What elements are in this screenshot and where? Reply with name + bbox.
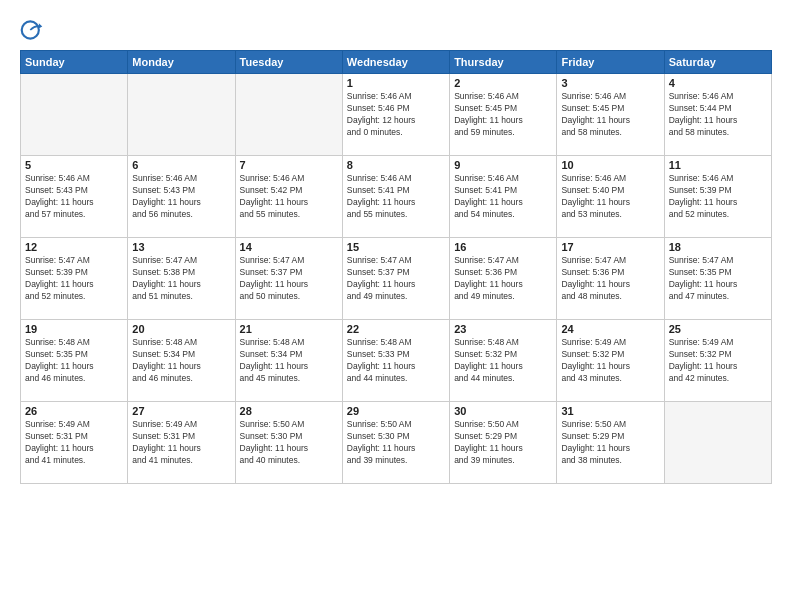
- day-cell: 13Sunrise: 5:47 AMSunset: 5:38 PMDayligh…: [128, 238, 235, 320]
- day-cell: 19Sunrise: 5:48 AMSunset: 5:35 PMDayligh…: [21, 320, 128, 402]
- day-number: 31: [561, 405, 659, 417]
- day-number: 8: [347, 159, 445, 171]
- weekday-header: Thursday: [450, 51, 557, 74]
- day-number: 16: [454, 241, 552, 253]
- day-cell: 9Sunrise: 5:46 AMSunset: 5:41 PMDaylight…: [450, 156, 557, 238]
- weekday-header: Sunday: [21, 51, 128, 74]
- day-number: 27: [132, 405, 230, 417]
- day-info: Sunrise: 5:47 AMSunset: 5:37 PMDaylight:…: [240, 255, 338, 303]
- day-info: Sunrise: 5:49 AMSunset: 5:31 PMDaylight:…: [25, 419, 123, 467]
- day-info: Sunrise: 5:48 AMSunset: 5:35 PMDaylight:…: [25, 337, 123, 385]
- day-cell: 4Sunrise: 5:46 AMSunset: 5:44 PMDaylight…: [664, 74, 771, 156]
- day-cell: 26Sunrise: 5:49 AMSunset: 5:31 PMDayligh…: [21, 402, 128, 484]
- svg-point-0: [22, 21, 39, 38]
- day-number: 28: [240, 405, 338, 417]
- day-cell: 20Sunrise: 5:48 AMSunset: 5:34 PMDayligh…: [128, 320, 235, 402]
- day-cell: [128, 74, 235, 156]
- day-number: 10: [561, 159, 659, 171]
- day-number: 30: [454, 405, 552, 417]
- weekday-header: Monday: [128, 51, 235, 74]
- day-info: Sunrise: 5:46 AMSunset: 5:45 PMDaylight:…: [561, 91, 659, 139]
- day-info: Sunrise: 5:50 AMSunset: 5:30 PMDaylight:…: [347, 419, 445, 467]
- week-row: 26Sunrise: 5:49 AMSunset: 5:31 PMDayligh…: [21, 402, 772, 484]
- day-cell: 31Sunrise: 5:50 AMSunset: 5:29 PMDayligh…: [557, 402, 664, 484]
- day-cell: 27Sunrise: 5:49 AMSunset: 5:31 PMDayligh…: [128, 402, 235, 484]
- week-row: 5Sunrise: 5:46 AMSunset: 5:43 PMDaylight…: [21, 156, 772, 238]
- day-info: Sunrise: 5:50 AMSunset: 5:30 PMDaylight:…: [240, 419, 338, 467]
- day-cell: 1Sunrise: 5:46 AMSunset: 5:46 PMDaylight…: [342, 74, 449, 156]
- day-info: Sunrise: 5:47 AMSunset: 5:38 PMDaylight:…: [132, 255, 230, 303]
- day-number: 6: [132, 159, 230, 171]
- logo: [20, 18, 48, 42]
- day-number: 23: [454, 323, 552, 335]
- page: SundayMondayTuesdayWednesdayThursdayFrid…: [0, 0, 792, 612]
- day-cell: [664, 402, 771, 484]
- day-number: 20: [132, 323, 230, 335]
- day-number: 9: [454, 159, 552, 171]
- day-number: 2: [454, 77, 552, 89]
- day-info: Sunrise: 5:50 AMSunset: 5:29 PMDaylight:…: [454, 419, 552, 467]
- header: [20, 18, 772, 42]
- weekday-header: Friday: [557, 51, 664, 74]
- day-number: 26: [25, 405, 123, 417]
- day-info: Sunrise: 5:46 AMSunset: 5:42 PMDaylight:…: [240, 173, 338, 221]
- day-number: 25: [669, 323, 767, 335]
- weekday-header: Saturday: [664, 51, 771, 74]
- weekday-header: Tuesday: [235, 51, 342, 74]
- day-number: 19: [25, 323, 123, 335]
- day-info: Sunrise: 5:46 AMSunset: 5:40 PMDaylight:…: [561, 173, 659, 221]
- calendar-table: SundayMondayTuesdayWednesdayThursdayFrid…: [20, 50, 772, 484]
- day-number: 22: [347, 323, 445, 335]
- day-number: 15: [347, 241, 445, 253]
- day-info: Sunrise: 5:46 AMSunset: 5:44 PMDaylight:…: [669, 91, 767, 139]
- day-info: Sunrise: 5:49 AMSunset: 5:31 PMDaylight:…: [132, 419, 230, 467]
- day-number: 1: [347, 77, 445, 89]
- day-cell: 28Sunrise: 5:50 AMSunset: 5:30 PMDayligh…: [235, 402, 342, 484]
- day-cell: 10Sunrise: 5:46 AMSunset: 5:40 PMDayligh…: [557, 156, 664, 238]
- day-cell: 24Sunrise: 5:49 AMSunset: 5:32 PMDayligh…: [557, 320, 664, 402]
- logo-icon: [20, 18, 44, 42]
- day-cell: 21Sunrise: 5:48 AMSunset: 5:34 PMDayligh…: [235, 320, 342, 402]
- day-info: Sunrise: 5:49 AMSunset: 5:32 PMDaylight:…: [561, 337, 659, 385]
- day-info: Sunrise: 5:47 AMSunset: 5:35 PMDaylight:…: [669, 255, 767, 303]
- day-cell: 8Sunrise: 5:46 AMSunset: 5:41 PMDaylight…: [342, 156, 449, 238]
- day-cell: 15Sunrise: 5:47 AMSunset: 5:37 PMDayligh…: [342, 238, 449, 320]
- day-info: Sunrise: 5:46 AMSunset: 5:39 PMDaylight:…: [669, 173, 767, 221]
- day-info: Sunrise: 5:46 AMSunset: 5:43 PMDaylight:…: [25, 173, 123, 221]
- day-cell: 17Sunrise: 5:47 AMSunset: 5:36 PMDayligh…: [557, 238, 664, 320]
- day-cell: [21, 74, 128, 156]
- day-cell: 14Sunrise: 5:47 AMSunset: 5:37 PMDayligh…: [235, 238, 342, 320]
- day-info: Sunrise: 5:49 AMSunset: 5:32 PMDaylight:…: [669, 337, 767, 385]
- day-cell: 12Sunrise: 5:47 AMSunset: 5:39 PMDayligh…: [21, 238, 128, 320]
- day-number: 13: [132, 241, 230, 253]
- day-cell: 23Sunrise: 5:48 AMSunset: 5:32 PMDayligh…: [450, 320, 557, 402]
- day-number: 18: [669, 241, 767, 253]
- weekday-header: Wednesday: [342, 51, 449, 74]
- day-info: Sunrise: 5:48 AMSunset: 5:33 PMDaylight:…: [347, 337, 445, 385]
- week-row: 1Sunrise: 5:46 AMSunset: 5:46 PMDaylight…: [21, 74, 772, 156]
- day-cell: 16Sunrise: 5:47 AMSunset: 5:36 PMDayligh…: [450, 238, 557, 320]
- day-number: 5: [25, 159, 123, 171]
- day-cell: 30Sunrise: 5:50 AMSunset: 5:29 PMDayligh…: [450, 402, 557, 484]
- day-cell: 6Sunrise: 5:46 AMSunset: 5:43 PMDaylight…: [128, 156, 235, 238]
- day-cell: 3Sunrise: 5:46 AMSunset: 5:45 PMDaylight…: [557, 74, 664, 156]
- day-info: Sunrise: 5:46 AMSunset: 5:46 PMDaylight:…: [347, 91, 445, 139]
- day-cell: 2Sunrise: 5:46 AMSunset: 5:45 PMDaylight…: [450, 74, 557, 156]
- day-number: 4: [669, 77, 767, 89]
- day-info: Sunrise: 5:48 AMSunset: 5:32 PMDaylight:…: [454, 337, 552, 385]
- day-info: Sunrise: 5:46 AMSunset: 5:43 PMDaylight:…: [132, 173, 230, 221]
- day-info: Sunrise: 5:47 AMSunset: 5:37 PMDaylight:…: [347, 255, 445, 303]
- day-info: Sunrise: 5:46 AMSunset: 5:41 PMDaylight:…: [454, 173, 552, 221]
- day-info: Sunrise: 5:46 AMSunset: 5:45 PMDaylight:…: [454, 91, 552, 139]
- day-number: 24: [561, 323, 659, 335]
- day-number: 21: [240, 323, 338, 335]
- day-cell: 11Sunrise: 5:46 AMSunset: 5:39 PMDayligh…: [664, 156, 771, 238]
- day-cell: 18Sunrise: 5:47 AMSunset: 5:35 PMDayligh…: [664, 238, 771, 320]
- day-info: Sunrise: 5:47 AMSunset: 5:39 PMDaylight:…: [25, 255, 123, 303]
- day-cell: 25Sunrise: 5:49 AMSunset: 5:32 PMDayligh…: [664, 320, 771, 402]
- day-info: Sunrise: 5:50 AMSunset: 5:29 PMDaylight:…: [561, 419, 659, 467]
- day-cell: 22Sunrise: 5:48 AMSunset: 5:33 PMDayligh…: [342, 320, 449, 402]
- day-number: 17: [561, 241, 659, 253]
- day-info: Sunrise: 5:47 AMSunset: 5:36 PMDaylight:…: [454, 255, 552, 303]
- day-cell: [235, 74, 342, 156]
